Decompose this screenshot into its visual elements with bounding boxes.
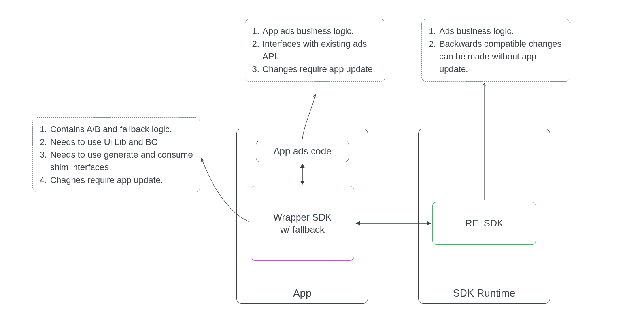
note-item: Needs to use Ui Lib and BC: [49, 136, 193, 148]
container-label-app: App: [237, 287, 368, 299]
note-re-sdk: Ads business logic. Backwards compatible…: [421, 19, 570, 82]
note-app-ads-code: App ads business logic. Interfaces with …: [245, 19, 385, 82]
note-item: App ads business logic.: [262, 25, 379, 38]
node-re-sdk: RE_SDK: [432, 202, 536, 245]
note-item: Changes require app update.: [262, 63, 379, 76]
note-item: Contains A/B and fallback logic.: [49, 123, 193, 136]
container-label-sdk-runtime: SDK Runtime: [419, 287, 550, 299]
node-label: App ads code: [274, 145, 332, 157]
note-item: Chagnes require app update.: [49, 174, 193, 186]
node-app-ads-code: App ads code: [256, 141, 349, 162]
note-item: Interfaces with existing ads API.: [262, 38, 379, 63]
note-item: Backwards compatible changes can be made…: [438, 38, 563, 76]
node-wrapper-sdk: Wrapper SDK w/ fallback: [251, 186, 354, 261]
note-item: Ads business logic.: [438, 25, 563, 38]
note-wrapper-sdk: Contains A/B and fallback logic. Needs t…: [32, 117, 200, 192]
node-label-line: w/ fallback: [273, 223, 332, 236]
node-label: RE_SDK: [465, 217, 503, 229]
node-label-line: Wrapper SDK: [273, 211, 332, 223]
note-item: Needs to use generate and consume shim i…: [49, 148, 193, 174]
